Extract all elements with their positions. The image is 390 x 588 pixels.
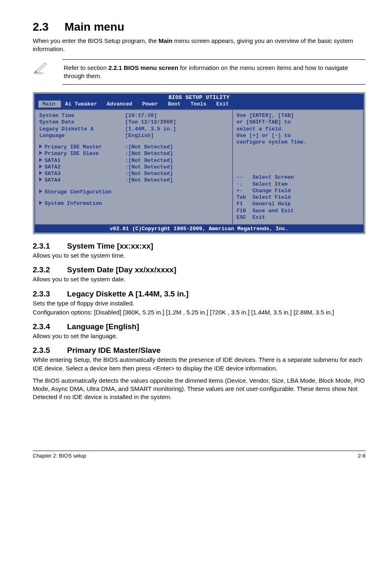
- section-title-text: Main menu: [65, 20, 124, 33]
- note-block: Refer to section 2.2.1 BIOS menu screen …: [33, 59, 365, 85]
- triangle-icon: [39, 177, 42, 182]
- bios-tab-power[interactable]: Power: [138, 101, 164, 108]
- body-2-3-2: Allows you to set the system date.: [33, 275, 365, 283]
- bios-tab-bar: Main Ai Tweaker Advanced Power Boot Tool…: [34, 101, 364, 109]
- bios-item-legacy-diskette[interactable]: Legacy Diskette A [1.44M, 3.5 in.]: [39, 126, 229, 132]
- triangle-icon: [39, 171, 42, 175]
- bios-tab-ai-tweaker[interactable]: Ai Tweaker: [61, 101, 103, 108]
- intro-paragraph: When you enter the BIOS Setup program, t…: [33, 37, 365, 54]
- bios-panel: BIOS SETUP UTILITY Main Ai Tweaker Advan…: [33, 92, 365, 234]
- bios-item-sata3[interactable]: SATA3 :[Not Detected]: [39, 171, 229, 177]
- body-2-3-4: Allows you to set the language.: [33, 332, 365, 340]
- subheading-2-3-3: 2.3.3Legacy Diskette A [1.44M, 3.5 in.]: [33, 290, 365, 298]
- bios-item-sata4[interactable]: SATA4 :[Not Detected]: [39, 177, 229, 184]
- subheading-2-3-5: 2.3.5Primary IDE Master/Slave: [33, 346, 365, 355]
- body-2-3-5b: The BIOS automatically detects the value…: [33, 377, 365, 402]
- bios-footer: v02.61 (C)Copyright 1985-2009, American …: [34, 225, 364, 233]
- body-2-3-5a: While entering Setup, the BIOS automatic…: [33, 356, 365, 373]
- body-2-3-3b: Configuration options: [Disabled] [360K,…: [33, 308, 365, 316]
- bios-title: BIOS SETUP UTILITY: [34, 94, 364, 101]
- bios-tab-boot[interactable]: Boot: [164, 101, 186, 108]
- bios-item-sata2[interactable]: SATA2 :[Not Detected]: [39, 164, 229, 171]
- triangle-icon: [39, 164, 42, 168]
- footer-right: 2-9: [358, 453, 365, 459]
- subheading-2-3-1: 2.3.1System Time [xx:xx:xx]: [33, 242, 365, 251]
- page-footer: Chapter 2: BIOS setup 2-9: [33, 451, 365, 459]
- footer-left: Chapter 2: BIOS setup: [33, 453, 86, 459]
- bios-item-system-information[interactable]: System Information: [39, 200, 229, 207]
- bios-item-primary-ide-slave[interactable]: Primary IDE Slave :[Not Detected]: [39, 150, 229, 157]
- bios-tab-main[interactable]: Main: [38, 101, 61, 108]
- bios-item-system-date[interactable]: System Date [Tue 12/12/2008]: [39, 119, 229, 126]
- triangle-icon: [39, 201, 42, 205]
- bios-item-primary-ide-master[interactable]: Primary IDE Master :[Not Detected]: [39, 144, 229, 150]
- bios-item-language[interactable]: Language [English]: [39, 132, 229, 139]
- section-number: 2.3: [33, 20, 49, 33]
- triangle-icon: [39, 144, 42, 148]
- body-2-3-3a: Sets the type of floppy drive installed.: [33, 299, 365, 307]
- bios-tab-advanced[interactable]: Advanced: [103, 101, 138, 108]
- body-2-3-1: Allows you to set the system time.: [33, 251, 365, 260]
- subheading-2-3-2: 2.3.2System Date [Day xx/xx/xxxx]: [33, 265, 365, 274]
- pencil-icon: [33, 59, 52, 75]
- bios-item-storage-configuration[interactable]: Storage Configuration: [39, 189, 229, 195]
- bios-tab-tools[interactable]: Tools: [186, 101, 212, 108]
- bios-tab-exit[interactable]: Exit: [212, 101, 235, 108]
- bios-main-pane: System Time [10:17:30] System Date [Tue …: [34, 109, 232, 225]
- note-text: Refer to section 2.2.1 BIOS menu screen …: [62, 59, 365, 85]
- bios-help-pane: Use [ENTER], [TAB] or [SHIFT-TAB] to sel…: [232, 109, 364, 225]
- subheading-2-3-4: 2.3.4Language [English]: [33, 322, 365, 331]
- bios-item-sata1[interactable]: SATA1 :[Not Detected]: [39, 157, 229, 164]
- triangle-icon: [39, 158, 42, 162]
- section-heading: 2.3 Main menu: [33, 20, 365, 34]
- triangle-icon: [39, 189, 42, 193]
- svg-marker-1: [34, 63, 47, 72]
- triangle-icon: [39, 151, 42, 155]
- bios-item-system-time[interactable]: System Time [10:17:30]: [39, 112, 229, 119]
